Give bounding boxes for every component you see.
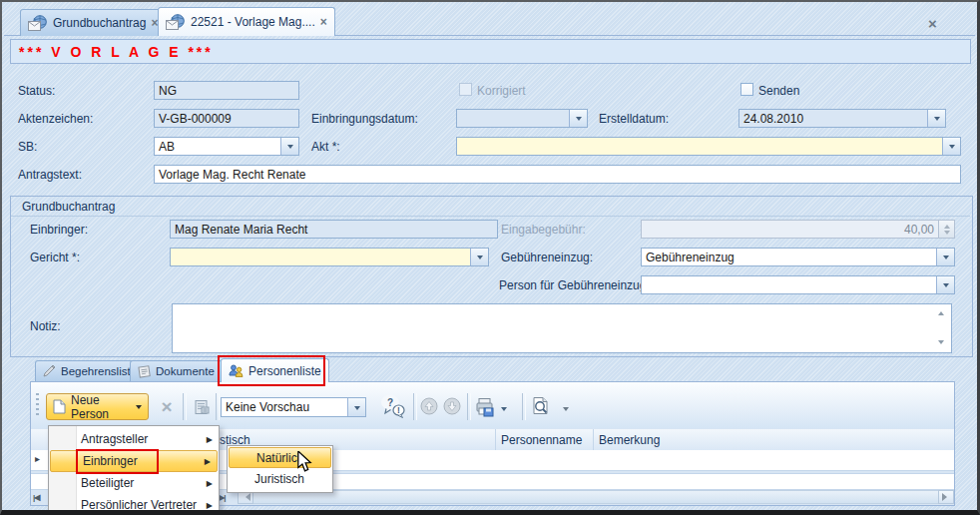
sb-combo[interactable]: AB: [154, 137, 299, 156]
chevron-down-icon[interactable]: [569, 110, 587, 127]
submenu-item-natuerlich[interactable]: Natürlich: [229, 447, 331, 468]
tab-personenliste[interactable]: Personenliste: [221, 358, 329, 382]
tab-label: Dokumente: [156, 365, 215, 377]
tab-dokumente[interactable]: Dokumente: [130, 360, 223, 381]
submenu-arrow-icon: ▶: [207, 501, 213, 510]
notiz-label: Notiz:: [30, 319, 61, 333]
spinner-arrows-icon[interactable]: [938, 221, 954, 238]
globe-mail-icon: [166, 14, 186, 30]
sb-label: SB:: [18, 140, 37, 154]
globe-mail-icon: [28, 15, 48, 31]
toolbar-separator: [216, 393, 220, 420]
window-close-icon[interactable]: ×: [928, 16, 937, 31]
print-preview-icon[interactable]: [529, 394, 553, 418]
scroll-down-icon[interactable]: [938, 340, 944, 347]
delete-person-icon[interactable]: ×: [155, 395, 179, 419]
chevron-down-icon[interactable]: [470, 249, 488, 265]
new-person-label: Neue Person: [71, 393, 131, 421]
gericht-combo[interactable]: [170, 248, 489, 266]
chevron-down-icon[interactable]: [499, 403, 509, 413]
tab-close-icon[interactable]: ×: [320, 16, 327, 28]
chevron-down-icon[interactable]: [347, 398, 365, 416]
menu-item-einbringer[interactable]: Einbringer ▶: [50, 450, 218, 472]
column-header-personenname[interactable]: Personenname: [501, 433, 582, 447]
antragstext-field[interactable]: Vorlage Mag. Recht Renate: [154, 165, 961, 184]
menu-item-beteiligter[interactable]: Beteiligter ▶: [49, 472, 219, 494]
aktenzeichen-label: Aktenzeichen:: [18, 112, 93, 126]
tab-vorlage[interactable]: 22521 - Vorlage Mag.... ×: [158, 7, 335, 36]
toolbar-grip[interactable]: [36, 393, 39, 418]
nav-first-record-icon[interactable]: |◀: [33, 493, 39, 502]
korrigiert-checkbox[interactable]: [459, 83, 472, 96]
svg-text:?: ?: [387, 397, 393, 408]
senden-label: Senden: [758, 84, 799, 98]
menu-item-antragsteller[interactable]: Antragsteller ▶: [49, 428, 219, 450]
eingabegebuehr-label: Eingabegebühr:: [501, 223, 586, 237]
scroll-right-icon[interactable]: [938, 490, 954, 504]
chevron-down-icon[interactable]: [936, 249, 954, 265]
einbringungsdatum-label: Einbringungsdatum:: [311, 112, 418, 126]
tab-grundbuchantrag[interactable]: Grundbuchantrag ×: [20, 9, 166, 36]
gebuehreneinzug-label: Gebühreneinzug:: [501, 251, 593, 264]
toolbar-separator: [467, 393, 471, 420]
tab-label: 22521 - Vorlage Mag....: [191, 15, 315, 29]
korrigiert-label: Korrigiert: [477, 84, 526, 98]
akt-combo[interactable]: [456, 137, 961, 156]
status-field: NG: [154, 81, 299, 100]
einbringer-field: Mag Renate Maria Recht: [170, 220, 498, 239]
scroll-up-icon[interactable]: [938, 308, 944, 319]
edit-document-icon[interactable]: [190, 395, 214, 419]
erstelldatum-combo[interactable]: 24.08.2010: [738, 109, 946, 128]
document-icon: [138, 365, 151, 378]
einbringer-label: Einbringer:: [30, 223, 88, 237]
eingabegebuehr-spinner: 40,00: [641, 220, 955, 239]
tab-label: Grundbuchantrag: [53, 16, 146, 30]
tab-label: Personenliste: [248, 364, 321, 378]
antragstext-label: Antragstext:: [18, 168, 82, 182]
tab-begehrensliste[interactable]: Begehrensliste: [35, 360, 145, 381]
einbringer-submenu: Natürlich Juristisch: [227, 445, 333, 493]
horizontal-scrollbar[interactable]: [238, 490, 954, 504]
preview-combo[interactable]: Keine Vorschau: [221, 397, 366, 417]
submenu-item-juristisch[interactable]: Juristisch: [228, 468, 332, 489]
submenu-arrow-icon: ▶: [205, 457, 211, 466]
move-down-icon[interactable]: [443, 397, 461, 415]
groupbox-title-divider: [11, 216, 970, 217]
status-label: Status:: [18, 84, 55, 98]
mouse-cursor-icon: [296, 451, 312, 476]
gebuehreneinzug-combo[interactable]: Gebühreneinzug: [641, 248, 955, 266]
toolbar-separator: [183, 393, 187, 420]
submenu-arrow-icon: ▶: [207, 479, 213, 488]
new-person-context-menu: Antragsteller ▶ Einbringer ▶ Beteiligter…: [48, 425, 220, 514]
einbringungsdatum-combo[interactable]: [456, 109, 588, 128]
chevron-down-icon[interactable]: [927, 110, 945, 127]
export-save-icon[interactable]: [473, 395, 497, 419]
application-window: Grundbuchantrag × 22521 - Vorlage Mag...…: [0, 0, 980, 515]
chevron-down-icon[interactable]: [942, 138, 960, 155]
erstelldatum-label: Erstelldatum:: [599, 112, 669, 126]
person-gebuehreneinzug-combo[interactable]: [641, 275, 955, 294]
chevron-down-icon: [136, 405, 142, 412]
new-person-button[interactable]: Neue Person: [46, 393, 149, 420]
submenu-arrow-icon: ▶: [207, 435, 213, 444]
column-header-bemerkung[interactable]: Bemerkung: [599, 433, 660, 447]
wand-icon: [43, 365, 56, 377]
toolbar-separator: [522, 393, 526, 420]
toolbar-separator: [413, 393, 417, 420]
new-page-icon: [53, 399, 66, 414]
gericht-label: Gericht *:: [30, 251, 80, 264]
help-icon[interactable]: ? !: [377, 391, 407, 421]
menu-item-persoenlicher-vertreter[interactable]: Persönlicher Vertreter ▶: [49, 494, 219, 515]
chevron-down-icon[interactable]: [936, 276, 954, 293]
tab-label: Begehrensliste: [61, 365, 137, 377]
notiz-textarea[interactable]: [172, 303, 952, 353]
toolbar-overflow-icon[interactable]: [561, 403, 571, 413]
akt-label: Akt *:: [311, 140, 340, 154]
aktenzeichen-field: V-GB-000009: [154, 109, 299, 128]
row-indicator-icon: ▸: [35, 453, 40, 464]
move-up-icon[interactable]: [420, 397, 438, 415]
senden-checkbox[interactable]: [740, 83, 753, 96]
chevron-down-icon[interactable]: [280, 138, 298, 155]
svg-text:!: !: [397, 405, 400, 415]
person-gebuehreneinzug-label: Person für Gebühreneinzug:: [499, 278, 650, 292]
